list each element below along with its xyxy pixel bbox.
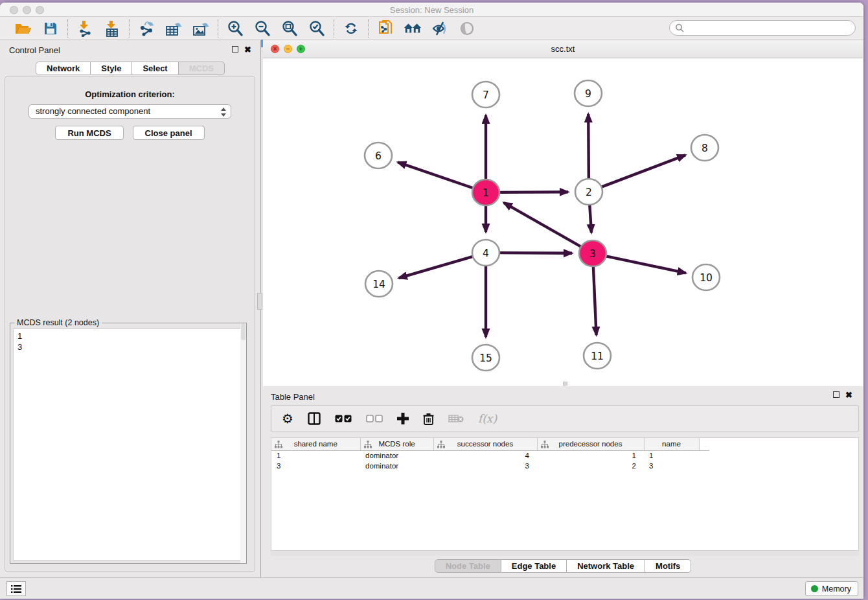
table-cell[interactable]: 3 (271, 461, 360, 471)
table-cell-filler (699, 461, 709, 471)
deselect-all-icon[interactable] (366, 415, 383, 422)
search-field[interactable] (669, 20, 856, 36)
table-cell[interactable]: 3 (644, 461, 699, 471)
table-row[interactable]: 1dominator411 (271, 450, 709, 461)
table-hscrollbar[interactable] (271, 551, 859, 556)
save-session-icon[interactable] (41, 19, 60, 38)
graph-node-label: 14 (372, 279, 385, 290)
table-close-icon[interactable]: ✖ (845, 390, 852, 400)
zoom-in-icon[interactable] (226, 19, 244, 38)
table-cell[interactable]: 2 (537, 461, 644, 471)
memory-status-icon (811, 585, 818, 592)
tab-node-table[interactable]: Node Table (435, 559, 501, 573)
tab-style[interactable]: Style (91, 62, 132, 75)
export-network-icon[interactable] (137, 19, 155, 38)
refresh-icon[interactable] (342, 19, 360, 38)
control-panel: Control Panel ✖ Network Style Select MCD… (0, 40, 261, 577)
task-history-button[interactable] (6, 581, 26, 596)
column-layout-icon[interactable] (308, 412, 321, 425)
edge-1-6[interactable] (398, 162, 474, 188)
export-table-icon[interactable] (165, 19, 183, 38)
column-header-shared-name[interactable]: shared name (271, 438, 360, 450)
optimization-criterion-label: Optimization criterion: (5, 89, 255, 99)
table-cell[interactable]: dominator (360, 450, 433, 461)
graph-node-label: 1 (483, 187, 489, 199)
graph-node-label: 8 (702, 143, 708, 154)
canvas-resize-grip[interactable] (563, 382, 567, 386)
network-graph: 7968124314101511 (263, 58, 863, 386)
select-all-icon[interactable] (335, 415, 352, 422)
mcds-result-text[interactable]: 1 3 (13, 329, 244, 560)
edge-2-3[interactable] (589, 205, 591, 233)
table-row[interactable]: 3dominator323 (271, 461, 709, 471)
close-panel-icon[interactable]: ✖ (244, 45, 251, 54)
clone-network-icon[interactable] (376, 19, 394, 38)
window-title: Session: New Session (0, 5, 863, 15)
column-header-filler (699, 438, 709, 450)
column-header-successor-nodes[interactable]: successor nodes (433, 438, 537, 450)
search-icon (675, 23, 685, 33)
table-cell[interactable]: 1 (644, 450, 699, 461)
network-window: × − + scc.txt 7968124314101511 (263, 40, 863, 386)
edge-3-1[interactable] (504, 203, 582, 247)
edge-2-8[interactable] (601, 155, 685, 187)
edge-1-2[interactable] (499, 192, 568, 192)
table-float-icon[interactable] (833, 391, 839, 398)
node-table: shared nameMCDS rolesuccessor nodesprede… (271, 437, 859, 551)
edge-3-10[interactable] (606, 256, 686, 273)
table-cell[interactable]: 3 (433, 461, 537, 471)
zoom-fit-icon[interactable] (280, 19, 299, 38)
column-header-predecessor-nodes[interactable]: predecessor nodes (537, 438, 644, 450)
edge-4-3[interactable] (499, 253, 572, 253)
edge-4-14[interactable] (399, 257, 474, 278)
tab-network-table[interactable]: Network Table (567, 559, 645, 573)
zoom-out-icon[interactable] (253, 19, 271, 38)
app-window: Session: New Session (0, 3, 863, 599)
network-canvas[interactable]: 7968124314101511 (263, 58, 863, 386)
memory-label: Memory (822, 584, 851, 594)
table-cell[interactable]: 4 (433, 450, 537, 461)
optimization-criterion-value: strongly connected component (36, 106, 150, 116)
table-cell[interactable]: 1 (271, 450, 360, 461)
column-header-name[interactable]: name (644, 438, 699, 450)
control-panel-tabbar: Network Style Select MCDS (0, 62, 260, 75)
tab-mcds[interactable]: MCDS (179, 62, 225, 75)
panel-divider-handle[interactable] (257, 293, 262, 310)
table-cell[interactable]: 1 (537, 450, 644, 461)
preview-icon[interactable] (458, 19, 476, 38)
edge-3-11[interactable] (593, 266, 597, 335)
select-spinner-icon (221, 107, 227, 117)
tab-network[interactable]: Network (36, 62, 91, 75)
tab-select[interactable]: Select (132, 62, 178, 75)
search-input[interactable] (685, 21, 855, 34)
network-title: scc.txt (263, 44, 863, 54)
hide-style-icon[interactable] (431, 19, 449, 38)
open-session-icon[interactable] (14, 19, 32, 38)
mcds-panel: Optimization criterion: strongly connect… (5, 76, 255, 572)
delete-column-icon[interactable] (423, 413, 434, 425)
float-panel-icon[interactable] (232, 46, 238, 52)
optimization-criterion-select[interactable]: strongly connected component (29, 104, 231, 119)
result-scrollbar[interactable] (240, 323, 246, 563)
add-column-icon[interactable] (397, 413, 409, 424)
table-settings-icon[interactable]: ⚙ (282, 412, 293, 425)
tab-motifs[interactable]: Motifs (645, 559, 691, 573)
edge-2-9[interactable] (588, 114, 589, 179)
mcds-result-title: MCDS result (2 nodes) (14, 318, 102, 327)
graph-node-label: 6 (375, 150, 382, 162)
delete-table-icon (448, 414, 464, 423)
table-panel: Table Panel ✖ ⚙ f(x) shared nameMCDS rol… (263, 388, 863, 577)
zoom-selected-icon[interactable] (308, 19, 326, 38)
home-icon[interactable] (404, 19, 422, 38)
import-table-icon[interactable] (103, 19, 121, 38)
tab-edge-table[interactable]: Edge Table (501, 559, 567, 573)
table-cell[interactable]: dominator (360, 461, 433, 471)
column-header-MCDS-role[interactable]: MCDS role (360, 438, 433, 450)
table-panel-title: Table Panel (271, 392, 315, 402)
list-icon (11, 584, 21, 594)
run-mcds-button[interactable]: Run MCDS (55, 126, 123, 140)
export-image-icon[interactable] (192, 19, 210, 38)
close-panel-button[interactable]: Close panel (133, 126, 205, 140)
import-network-icon[interactable] (76, 19, 94, 38)
memory-button[interactable]: Memory (805, 581, 858, 596)
